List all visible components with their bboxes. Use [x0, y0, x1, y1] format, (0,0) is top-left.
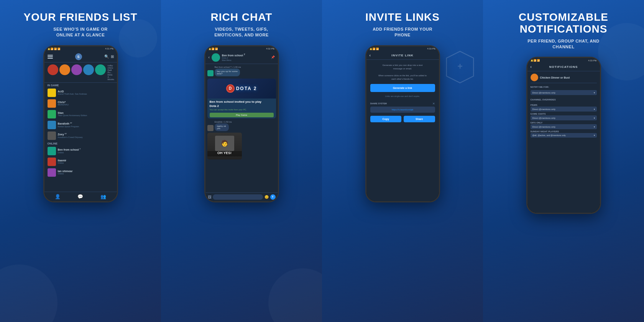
chat-bubble: hey you up for some dota? [215, 69, 240, 76]
panel-subtitle-invite: ADD FRIENDS FROM YOUR PHONE [373, 26, 432, 38]
avatar [71, 64, 82, 75]
search-icon[interactable]: 🔍 [104, 54, 109, 59]
meme-content: 🧑 OH YES! [207, 133, 242, 159]
share-system-label: SHARE SYSTEM [370, 102, 387, 105]
panel-title-chat: RICH CHAT [211, 12, 273, 23]
phone-bottom-bar-invite [366, 201, 439, 202]
link-section: SHARE SYSTEM ✕ https://s.team/con/pjk [370, 102, 435, 113]
add-friend-icon[interactable]: ⊞ [111, 54, 114, 59]
channel-select-0[interactable]: Direct @mentions only ▾ [531, 107, 597, 112]
emoji-icon[interactable]: 😊 [264, 195, 269, 199]
generate-link-button[interactable]: Generate a link [370, 84, 435, 92]
panel-subtitle-notifications: PER FRIEND, GROUP CHAT, AND CHANNEL [527, 38, 599, 50]
game-name: Dota 2 [207, 104, 276, 108]
meme-person-img: 🧑 [215, 136, 234, 151]
back-arrow-icon[interactable]: ‹ [209, 55, 210, 59]
invite-screen-header: ‹ INVITE LINK [366, 51, 439, 60]
copy-link-button[interactable]: Copy [370, 116, 402, 122]
channel-select-1[interactable]: Direct @mentions only ▾ [531, 115, 597, 120]
phone-bottom-bar [44, 201, 117, 202]
status-bar: 🔔 📶 📶 📶 4:31 PM [44, 46, 117, 51]
message-avatar [207, 70, 214, 76]
notifications-content: Chicken Dinner or Bust NOTIFY ME FOR: Di… [527, 71, 600, 213]
steam-logo-icon: S [75, 53, 82, 60]
list-item[interactable]: Chris* MORDHAU [44, 98, 117, 109]
friend-info: Baralloth LV Kerbal Space Program [58, 122, 114, 127]
in-game-label: In Game [44, 83, 117, 87]
channel-name-1: Game Chats [531, 113, 597, 115]
phone-notifications: 🔔 📶 📶 4:33 PM ‹ NOTIFICATIONS Chicken Di… [526, 57, 601, 214]
invite-action-buttons: Copy Share [370, 116, 435, 122]
chat-user-info: Ben from school T Dota 2 Main Menu [222, 53, 269, 61]
phone-chat: 🔔 📶 📶 4:32 PM ‹ Ben from school T Dota 2… [204, 45, 279, 202]
list-item[interactable]: Zoey LV Assassin's Creed Odyssey [44, 130, 117, 141]
chat-input-bar: 🖼 😊 T [205, 192, 278, 201]
friend-info: Ben from school T Online [58, 148, 114, 153]
chat-user-avatar [212, 53, 220, 62]
phone-bottom-bar-notif [527, 213, 600, 214]
chat-input-field[interactable] [213, 194, 263, 200]
avatar-row: colby chino Daft Pu... Dota 2... blooks [44, 62, 117, 83]
notif-user-row: Chicken Dinner or Bust [531, 74, 597, 83]
back-arrow-icon[interactable]: ‹ [370, 53, 371, 58]
avatar [59, 64, 70, 75]
friend-info: AciD Grand Theft Auto: San Andreas [58, 90, 114, 95]
channel-select-2[interactable]: Direct @mentions only ▾ [531, 124, 597, 129]
group-nav-icon[interactable]: 👥 [100, 194, 106, 199]
chat-sub-status: Main Menu [222, 59, 269, 61]
panel-invite-links: + INVITE LINKS ADD FRIENDS FROM YOUR PHO… [322, 0, 483, 322]
back-arrow-icon[interactable]: ‹ [531, 65, 532, 69]
list-item[interactable]: ilaamir Online [44, 156, 117, 167]
friend-info: Ian shimear Online [58, 170, 114, 175]
play-game-button[interactable]: Play Game [210, 113, 274, 117]
share-link-button[interactable]: Share [404, 116, 435, 122]
invite-link-url[interactable]: https://s.team/con/pjk [370, 107, 435, 113]
list-item[interactable]: Ian shimear Online [44, 167, 117, 178]
channel-name-2: GIFs only [531, 122, 597, 124]
send-button[interactable]: T [270, 194, 276, 200]
friend-avatar [48, 131, 56, 140]
friend-avatar [48, 147, 56, 155]
status-bar-invite: 🔔 📶 📶 4:33 PM [366, 46, 439, 51]
chat-messages: Ben from school T • 1:49 ms hey you up f… [205, 64, 278, 192]
friend-avatar [48, 158, 56, 166]
friend-avatar [48, 168, 56, 177]
status-bar-notif: 🔔 📶 📶 4:33 PM [527, 58, 600, 63]
header-actions: 🔍 ⊞ [104, 54, 114, 59]
friend-avatar [48, 89, 56, 97]
panel-subtitle-chat: VIDEOS, TWEETS, GIFS, EMOTICONS, AND MOR… [214, 26, 269, 38]
friend-info: Chris* MORDHAU [58, 101, 114, 106]
bottom-nav: 👤 💬 👥 [44, 192, 117, 201]
chat-nav-icon[interactable]: 💬 [77, 194, 83, 199]
close-icon[interactable]: ✕ [432, 102, 435, 105]
menu-icon[interactable] [48, 55, 53, 59]
panel-title-friends: YOUR FRIENDS LIST [23, 12, 137, 23]
message-sender-2: Elsi@bb • 1:50 ms [215, 121, 233, 123]
link-label-row: SHARE SYSTEM ✕ [370, 102, 435, 105]
notify-for-label: NOTIFY ME FOR: [531, 86, 597, 88]
friend-info: ilaamir Online [58, 159, 114, 164]
channel-name-0: Items [531, 104, 597, 106]
direct-mentions-select[interactable]: Direct @mentions only ▾ [531, 90, 597, 95]
list-item[interactable]: Ben from school T Online [44, 146, 117, 156]
channel-name-3: Sunday Night Players [531, 130, 597, 133]
image-icon[interactable]: 🖼 [208, 195, 211, 199]
friend-avatar [48, 110, 56, 118]
online-label: Online [44, 141, 117, 146]
list-item[interactable]: Stan Titan Quest Anniversary Edition [44, 109, 117, 120]
list-item[interactable]: Baralloth LV Kerbal Space Program [44, 120, 117, 130]
phone-invite: 🔔 📶 📶 4:33 PM ‹ INVITE LINK Generate a l… [365, 45, 440, 202]
game-invite-title: Ben from school invited you to play [207, 99, 276, 104]
chat-header: ‹ Ben from school T Dota 2 Main Menu 📌 [205, 51, 278, 64]
channel-override-label: CHANNEL OVERRIDES [531, 99, 597, 101]
friend-avatar [48, 99, 56, 108]
notifications-screen-header: ‹ NOTIFICATIONS [527, 63, 600, 71]
list-item[interactable]: AciD Grand Theft Auto: San Andreas [44, 87, 117, 98]
more-friends-label: colby chino Daft Pu... Dota 2... blooks [108, 64, 114, 80]
avatar [48, 64, 58, 75]
profile-nav-icon[interactable]: 👤 [55, 194, 61, 199]
pin-icon[interactable]: 📌 [271, 56, 275, 59]
game-invite-card[interactable]: D DOTA 2 Ben from school invited you to … [207, 79, 276, 118]
channel-select-3[interactable]: @all, @active, and @mentions only ▾ [531, 133, 597, 138]
panel-rich-chat: RICH CHAT VIDEOS, TWEETS, GIFS, EMOTICON… [161, 0, 322, 322]
